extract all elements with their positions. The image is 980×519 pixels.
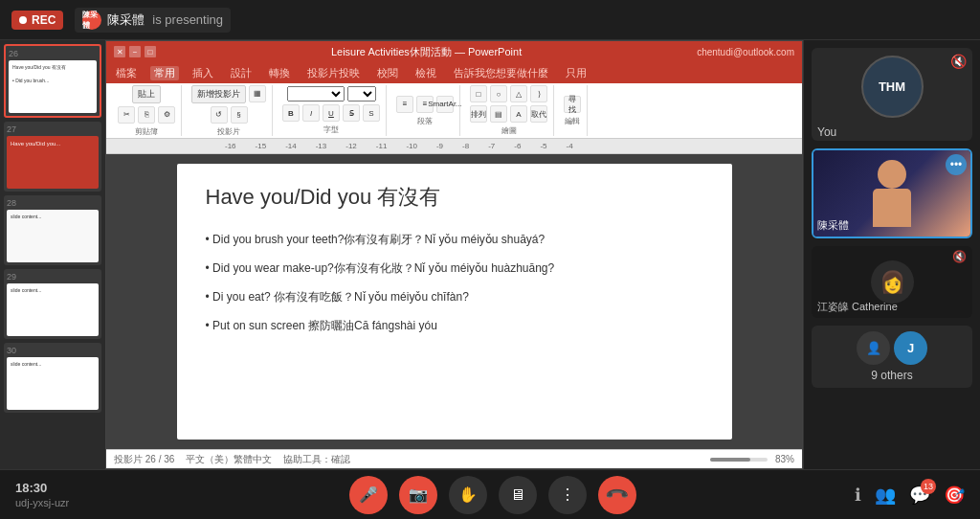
replace-icon[interactable]: 取代 xyxy=(530,105,547,123)
presenter-figure xyxy=(868,160,916,227)
presenter-body xyxy=(873,189,911,227)
you-avatar: THM xyxy=(861,56,924,118)
camera-off-btn[interactable]: 📷 xyxy=(399,476,437,514)
presenter-more-options-btn[interactable]: ••• xyxy=(946,154,967,175)
you-label: You xyxy=(812,122,972,141)
ribbon-cut-icon[interactable]: ✂ xyxy=(118,106,135,124)
ribbon-layout-icon[interactable]: ▦ xyxy=(249,85,266,102)
font-size-select[interactable] xyxy=(347,86,376,102)
info-btn[interactable]: ℹ xyxy=(855,485,861,506)
slide-preview-26: Have you/Did you 有沒有• Did you brush... xyxy=(9,60,97,113)
shape-fill-icon[interactable]: A xyxy=(510,105,527,123)
ppt-slide-area: Have you/Did you 有沒有 Did you brush your … xyxy=(106,154,802,449)
bold-icon[interactable]: B xyxy=(282,104,300,122)
slide-thumb-27[interactable]: 27 Have you/Did you... xyxy=(4,122,101,192)
ppt-title-text: Leisure Activities休閒活動 — PowerPoint xyxy=(156,45,697,59)
catherine-avatar: 👩 xyxy=(871,260,914,304)
win-close-btn[interactable]: ✕ xyxy=(114,46,125,57)
catherine-card: 👩 🔇 江姿皞 Catherine xyxy=(812,246,972,318)
status-tools: 協助工具：確認 xyxy=(283,453,350,466)
catherine-name-tag: 江姿皞 Catherine xyxy=(817,300,898,314)
italic-icon[interactable]: I xyxy=(302,104,320,122)
raise-hand-icon: ✋ xyxy=(458,485,478,504)
end-call-icon: 📞 xyxy=(604,482,631,508)
ribbon-format-icon[interactable]: ⚙ xyxy=(158,106,175,124)
menu-home[interactable]: 常用 xyxy=(150,66,179,80)
you-mic-off-icon: 🔇 xyxy=(950,54,967,69)
font-family-select[interactable] xyxy=(287,86,345,102)
arrange-icon[interactable]: 排列 xyxy=(470,105,487,123)
ribbon-font: B I U S̶ S 字型 xyxy=(277,85,387,136)
right-controls: ℹ 👥 💬 13 🎯 xyxy=(855,485,965,506)
underline-icon[interactable]: U xyxy=(323,104,340,122)
ribbon-paste-btn[interactable]: 貼上 xyxy=(132,85,161,103)
rec-dot xyxy=(19,16,27,24)
presenter-name-tag: 陳采體 xyxy=(817,218,849,233)
you-card: THM 🔇 You xyxy=(812,48,972,141)
ribbon-reset-icon[interactable]: ↺ xyxy=(211,106,228,124)
others-card: 👤 J 9 others xyxy=(812,326,972,388)
end-call-btn[interactable]: 📞 xyxy=(598,476,636,514)
presenter-badge: 陳采體 陳采體 is presenting xyxy=(75,8,231,33)
shape3-icon[interactable]: △ xyxy=(510,85,527,102)
right-panel: THM 🔇 You ••• 陳采體 👩 xyxy=(803,40,980,469)
control-buttons: 🎤 📷 ✋ 🖥 ⋮ 📞 xyxy=(130,476,855,514)
share-screen-btn[interactable]: 🖥 xyxy=(499,476,537,514)
ribbon-editing: 尋找 編輯 xyxy=(558,85,588,136)
win-max-btn[interactable]: □ xyxy=(145,46,156,57)
ribbon-drawing: □ ○ △ ⟩ 排列 ▤ A 取代 繪圖 xyxy=(464,85,554,136)
chat-btn[interactable]: 💬 13 xyxy=(909,485,930,506)
menu-slideshow[interactable]: 投影片投映 xyxy=(303,66,364,80)
slide-thumb-28[interactable]: 28 slide content... xyxy=(4,195,101,265)
status-slide-num: 投影片 26 / 36 xyxy=(114,453,174,466)
catherine-mic-off-icon: 🔇 xyxy=(952,250,967,263)
menu-view[interactable]: 檢視 xyxy=(412,66,440,80)
shadow-icon[interactable]: S xyxy=(363,104,380,122)
left-panel: 26 Have you/Did you 有沒有• Did you brush..… xyxy=(0,40,803,469)
slide-title: Have you/Did you 有沒有 xyxy=(206,183,703,212)
slide-preview-29: slide content... xyxy=(7,283,99,336)
menu-only[interactable]: 只用 xyxy=(562,66,590,80)
ribbon-clipboard: 貼上 ✂ ⎘ ⚙ 剪貼簿 xyxy=(112,85,182,136)
slide-bullet-1: Did you wear make-up?你有沒有化妝？Nǐ yǒu méiyǒ… xyxy=(206,260,703,277)
slide-preview-30: slide content... xyxy=(7,357,99,410)
smartart-icon[interactable]: SmartAr... xyxy=(436,96,454,113)
more-options-btn[interactable]: ⋮ xyxy=(548,476,587,514)
slide-thumb-29[interactable]: 29 slide content... xyxy=(4,269,101,339)
ppt-ruler: -16-15 -14-13 -12-11 -10-9 -8-7 -6-5 -4 xyxy=(106,139,802,154)
shape4-icon[interactable]: ⟩ xyxy=(530,85,547,102)
shape1-icon[interactable]: □ xyxy=(470,85,487,102)
ribbon-section-icon[interactable]: § xyxy=(231,106,248,124)
menu-file[interactable]: 檔案 xyxy=(112,66,141,80)
slide-bullet-2: Di you eat? 你有沒有吃飯？Nǐ yǒu méiyǒu chīfàn? xyxy=(206,288,703,305)
ribbon-new-slide-btn[interactable]: 新增投影片 xyxy=(191,85,246,103)
menu-insert[interactable]: 插入 xyxy=(189,66,217,80)
align-left-icon[interactable]: ≡ xyxy=(396,96,413,113)
win-min-btn[interactable]: − xyxy=(129,46,141,57)
menu-review[interactable]: 校閱 xyxy=(373,66,402,80)
zoom-percent: 83% xyxy=(775,454,794,464)
quick-styles-icon[interactable]: ▤ xyxy=(490,105,507,123)
shape2-icon[interactable]: ○ xyxy=(490,85,507,102)
slide-thumb-30[interactable]: 30 slide content... xyxy=(4,343,101,413)
find-icon[interactable]: 尋找 xyxy=(564,96,581,113)
presenting-text: is presenting xyxy=(152,12,223,27)
activities-btn[interactable]: 🎯 xyxy=(944,485,965,506)
slide-thumbnails: 26 Have you/Did you 有沒有• Did you brush..… xyxy=(0,40,105,469)
meeting-time: 18:30 xyxy=(15,481,130,495)
mic-mute-btn[interactable]: 🎤 xyxy=(349,476,388,514)
ppt-email: chentudi@outlook.com xyxy=(697,47,794,57)
slide-bullet-3: Put on sun screen 擦防曬油Cā fángshài yóu xyxy=(206,317,703,334)
menu-help[interactable]: 告訴我您想要做什麼 xyxy=(450,66,552,80)
powerpoint-window: ✕ − □ Leisure Activities休閒活動 — PowerPoin… xyxy=(105,40,803,469)
people-btn[interactable]: 👥 xyxy=(875,485,896,506)
menu-design[interactable]: 設計 xyxy=(227,66,256,80)
ribbon-copy-icon[interactable]: ⎘ xyxy=(138,106,155,124)
presenter-head xyxy=(878,160,906,189)
menu-transitions[interactable]: 轉換 xyxy=(265,66,294,80)
raise-hand-btn[interactable]: ✋ xyxy=(449,476,487,514)
rec-label: REC xyxy=(32,13,56,27)
slide-thumb-26[interactable]: 26 Have you/Did you 有沒有• Did you brush..… xyxy=(4,44,101,118)
strikethrough-icon[interactable]: S̶ xyxy=(343,104,360,122)
ppt-menu-bar: 檔案 常用 插入 設計 轉換 投影片投映 校閱 檢視 告訴我您想要做什麼 只用 xyxy=(106,62,802,83)
